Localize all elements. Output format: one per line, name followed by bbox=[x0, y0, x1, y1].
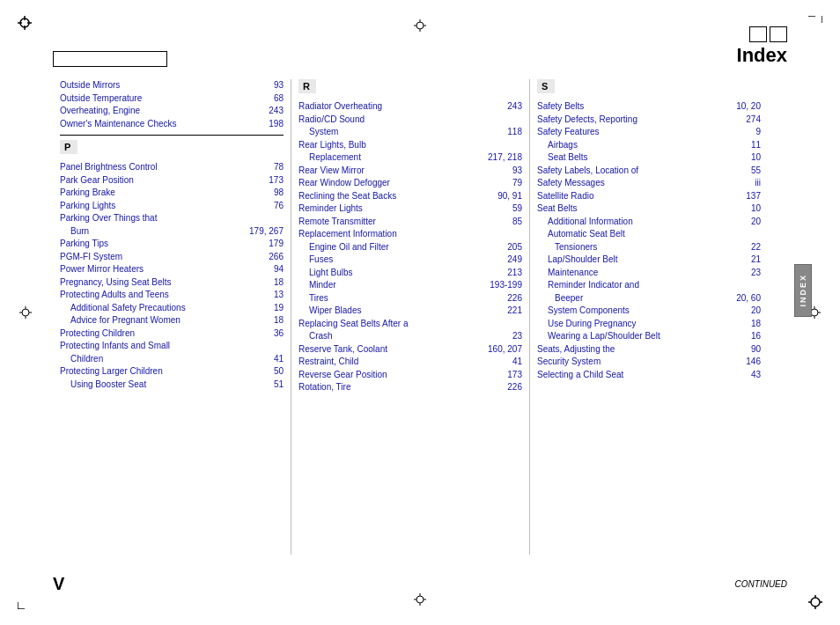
list-item: Seats, Adjusting the 90 bbox=[537, 343, 761, 357]
list-item: Reserve Tank, Coolant 160, 207 bbox=[298, 343, 522, 357]
list-item: Crash 23 bbox=[298, 330, 522, 343]
corner-mark-br bbox=[808, 595, 822, 609]
list-item: Reverse Gear Position 173 bbox=[298, 369, 522, 382]
column-middle: R Radiator Overheating 243 Radio/CD Soun… bbox=[291, 79, 530, 555]
list-item: Additional Safety Precautions 19 bbox=[60, 302, 284, 315]
section-header-p: P bbox=[60, 140, 77, 154]
list-item: Airbags 11 bbox=[537, 139, 761, 152]
list-item: Tires 226 bbox=[298, 292, 522, 305]
list-item: Children 41 bbox=[60, 353, 284, 366]
index-box-2 bbox=[770, 26, 787, 42]
list-item: Safety Belts 10, 20 bbox=[537, 100, 761, 114]
footer-letter: V bbox=[53, 574, 64, 594]
page-header: Index bbox=[53, 26, 787, 67]
list-item: Rear View Mirror 93 bbox=[298, 165, 522, 178]
list-item: System Components 20 bbox=[537, 305, 761, 318]
list-item: Engine Oil and Filter 205 bbox=[298, 241, 522, 254]
list-item: PGM-FI System 266 bbox=[60, 251, 284, 264]
list-item: Rear Window Defogger 79 bbox=[298, 177, 522, 190]
list-item: Park Gear Position 173 bbox=[60, 174, 284, 188]
svg-point-24 bbox=[22, 309, 29, 316]
list-item: Burn 179, 267 bbox=[60, 225, 284, 239]
list-item: Automatic Seat Belt bbox=[537, 228, 761, 241]
list-item: Wiper Blades 221 bbox=[298, 305, 522, 318]
list-item: Reclining the Seat Backs 90, 91 bbox=[298, 190, 522, 203]
side-tab-label: INDEX bbox=[799, 274, 807, 307]
list-item: Replacing Seat Belts After a bbox=[298, 318, 522, 331]
list-item: Parking Over Things that bbox=[60, 212, 284, 225]
header-left bbox=[53, 51, 167, 67]
list-item: System 118 bbox=[298, 126, 522, 139]
svg-point-9 bbox=[811, 598, 820, 607]
divider-p bbox=[60, 135, 284, 136]
list-item: Advice for Pregnant Women 18 bbox=[60, 314, 284, 327]
list-item: Owner's Maintenance Checks 198 bbox=[60, 118, 284, 131]
list-item: Protecting Infants and Small bbox=[60, 340, 284, 353]
list-item: Additional Information 20 bbox=[537, 216, 761, 229]
column-left: Outside Mirrors 93 Outside Temperature 6… bbox=[53, 79, 291, 555]
list-item: Light Bulbs 213 bbox=[298, 267, 522, 280]
content-area: Outside Mirrors 93 Outside Temperature 6… bbox=[53, 79, 787, 555]
list-item: Reminder Lights 59 bbox=[298, 202, 522, 216]
index-boxes bbox=[749, 26, 787, 42]
list-item: Security System 146 bbox=[537, 356, 761, 369]
list-item: Replacement 217, 218 bbox=[298, 151, 522, 165]
list-item: Protecting Children 36 bbox=[60, 327, 284, 341]
list-item: Safety Defects, Reporting 274 bbox=[537, 114, 761, 127]
svg-point-29 bbox=[811, 309, 818, 316]
corner-mark-bl bbox=[18, 595, 32, 609]
list-item: Outside Mirrors 93 bbox=[60, 79, 284, 92]
list-item: Lap/Shoulder Belt 21 bbox=[537, 254, 761, 267]
list-item: Parking Tips 179 bbox=[60, 238, 284, 251]
section-r: R Radiator Overheating 243 Radio/CD Soun… bbox=[298, 79, 522, 394]
corner-mark-tr bbox=[808, 16, 822, 30]
list-item: Seat Belts 10 bbox=[537, 202, 761, 216]
list-item: Beeper 20, 60 bbox=[537, 292, 761, 305]
footer-continued: CONTINUED bbox=[735, 579, 787, 589]
column-right: S Safety Belts 10, 20 Safety Defects, Re… bbox=[530, 79, 787, 555]
list-item: Safety Features 9 bbox=[537, 126, 761, 139]
list-item: Satellite Radio 137 bbox=[537, 190, 761, 203]
header-right: Index bbox=[737, 26, 787, 67]
page-title: Index bbox=[737, 44, 787, 67]
list-item: Overheating, Engine 243 bbox=[60, 105, 284, 118]
list-item: Reminder Indicator and bbox=[537, 279, 761, 292]
list-item: Wearing a Lap/Shoulder Belt 16 bbox=[537, 330, 761, 343]
section-header-r: R bbox=[298, 79, 316, 93]
list-item: Seat Belts 10 bbox=[537, 151, 761, 165]
page-container: Index Outside Mirrors 93 Outside Tempera… bbox=[0, 0, 840, 625]
section-header-s: S bbox=[537, 79, 555, 93]
list-item: Minder 193-199 bbox=[298, 279, 522, 292]
list-item: Power Mirror Heaters 94 bbox=[60, 263, 284, 276]
list-item: Parking Lights 76 bbox=[60, 200, 284, 213]
svg-point-19 bbox=[416, 596, 424, 603]
page-footer: V CONTINUED bbox=[53, 574, 787, 594]
list-item: Use During Pregnancy 18 bbox=[537, 318, 761, 331]
list-item: Pregnancy, Using Seat Belts 18 bbox=[60, 276, 284, 290]
list-item: Parking Brake 98 bbox=[60, 187, 284, 200]
index-box-1 bbox=[749, 26, 767, 42]
list-item: Using Booster Seat 51 bbox=[60, 379, 284, 392]
list-item: Outside Temperature 68 bbox=[60, 92, 284, 106]
reg-mark-bottom bbox=[414, 593, 426, 606]
list-item: Protecting Adults and Teens 13 bbox=[60, 289, 284, 302]
list-item: Safety Messages iii bbox=[537, 177, 761, 190]
list-item: Radiator Overheating 243 bbox=[298, 100, 522, 114]
list-item: Tensioners 22 bbox=[537, 241, 761, 254]
list-item: Fuses 249 bbox=[298, 254, 522, 267]
header-rect bbox=[53, 51, 167, 67]
side-tab: INDEX bbox=[794, 264, 812, 317]
section-o: Outside Mirrors 93 Outside Temperature 6… bbox=[60, 79, 284, 130]
list-item: Protecting Larger Children 50 bbox=[60, 365, 284, 379]
list-item: Restraint, Child 41 bbox=[298, 356, 522, 369]
list-item: Remote Transmitter 85 bbox=[298, 216, 522, 229]
list-item: Rear Lights, Bulb bbox=[298, 139, 522, 152]
list-item: Radio/CD Sound bbox=[298, 114, 522, 127]
list-item: Replacement Information bbox=[298, 228, 522, 241]
list-item: Safety Labels, Location of 55 bbox=[537, 165, 761, 178]
reg-mark-left bbox=[19, 306, 32, 319]
list-item: Selecting a Child Seat 43 bbox=[537, 369, 761, 382]
list-item: Rotation, Tire 226 bbox=[298, 381, 522, 394]
corner-mark-tl bbox=[18, 16, 32, 30]
section-s: S Safety Belts 10, 20 Safety Defects, Re… bbox=[537, 79, 761, 381]
